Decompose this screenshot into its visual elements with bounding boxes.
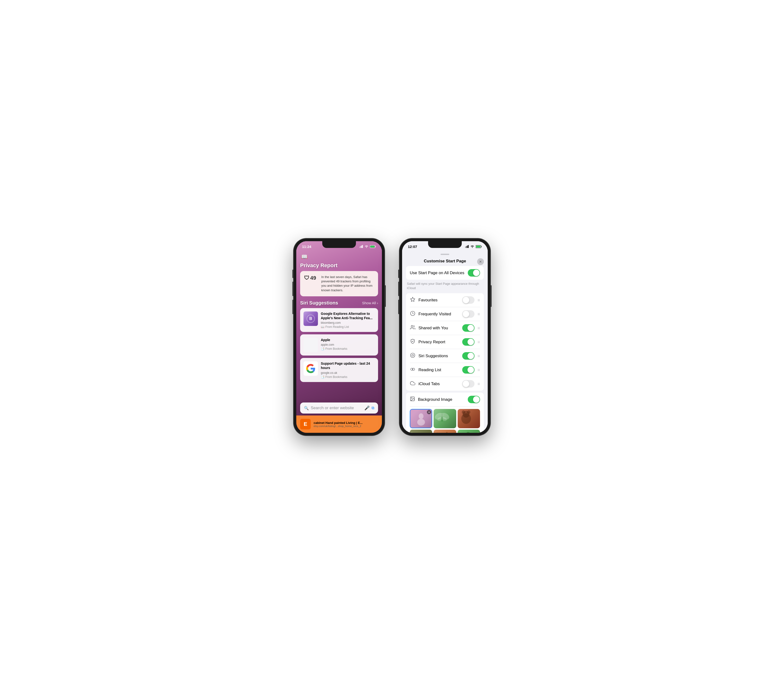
search-input[interactable]: Search or enter website <box>311 406 362 410</box>
svg-rect-5 <box>375 246 376 247</box>
privacy-text: In the last seven days, Safari has preve… <box>321 275 374 292</box>
apple-title: Apple <box>321 338 375 342</box>
svg-rect-12 <box>468 245 469 248</box>
shared-with-you-left: Shared with You <box>410 325 448 331</box>
phone1-screen: 11:24 <box>296 241 382 433</box>
reading-list-left: Reading List <box>410 367 441 373</box>
favourites-icon <box>410 297 415 303</box>
reading-list-icon[interactable]: 📖 <box>301 254 308 260</box>
frequently-visited-toggle[interactable] <box>462 310 474 318</box>
shared-with-you-right: ≡ <box>462 324 480 332</box>
suggestion-bloomberg[interactable]: B Google Explores Alternative to Apple's… <box>300 308 378 332</box>
reading-list-toggle[interactable] <box>462 366 474 374</box>
svg-point-18 <box>411 325 413 327</box>
reading-list-icon <box>410 367 415 373</box>
icloud-toggle-label: Use Start Page on All Devices <box>410 271 464 275</box>
tabs-icon[interactable]: ⧉ <box>372 406 374 410</box>
siri-section-title: Siri Suggestions <box>300 300 338 306</box>
svg-point-45 <box>466 432 470 433</box>
remove-image-button[interactable]: ✕ <box>427 410 431 414</box>
battery-icon-1 <box>370 245 376 248</box>
icloud-note: Safari will sync your Start Page appeara… <box>407 282 483 290</box>
tracker-count: 🛡 49 <box>304 275 319 281</box>
bottom-suggestion-card[interactable]: E cabinet Hand painted Living | E... ets… <box>296 415 382 433</box>
reading-list-drag[interactable]: ≡ <box>478 368 480 372</box>
sheet-header: Customise Start Page ✕ <box>402 255 488 266</box>
favourites-label: Favourites <box>418 298 437 303</box>
bloomberg-thumb-bg: B <box>303 312 318 326</box>
apple-source: 📑 From Bookmarks <box>321 347 375 351</box>
svg-point-38 <box>446 432 448 433</box>
frequently-visited-drag[interactable]: ≡ <box>478 312 480 316</box>
bottom-suggestion-info: cabinet Hand painted Living | E... etsy.… <box>314 421 378 427</box>
volume-up-button-2[interactable] <box>398 282 399 296</box>
customise-start-page-screen: 12:07 <box>402 241 488 433</box>
privacy-report-left: Privacy Report <box>410 339 445 345</box>
siri-suggestions-toggle[interactable] <box>462 352 474 360</box>
svg-point-34 <box>462 410 465 414</box>
mute-button[interactable] <box>292 270 293 278</box>
power-button[interactable] <box>385 285 386 307</box>
favourites-toggle[interactable] <box>462 296 474 304</box>
status-bar-1: 11:24 <box>296 241 382 252</box>
favourites-right: ≡ <box>462 296 480 304</box>
bottom-suggestion-url: etsy.com/uk/listing/...shop_home_recs_2 <box>314 424 378 427</box>
suggestion-google[interactable]: Support Page updates - last 24 hours goo… <box>300 358 378 382</box>
butterfly-bg-thumbnail <box>434 409 456 428</box>
bear-bg-thumbnail <box>458 409 480 428</box>
siri-suggestions-left: Siri Suggestions <box>410 353 448 359</box>
volume-down-button[interactable] <box>292 300 293 314</box>
olive-bg-thumbnail <box>410 430 432 433</box>
power-button-2[interactable] <box>491 285 492 307</box>
google-info: Support Page updates - last 24 hours goo… <box>321 361 375 378</box>
child-figure <box>414 411 428 426</box>
siri-suggestions-icon <box>410 353 415 359</box>
volume-down-button-2[interactable] <box>398 300 399 314</box>
frequently-visited-icon <box>410 311 415 317</box>
svg-rect-9 <box>465 247 466 248</box>
icloud-toggle-switch[interactable] <box>468 269 480 276</box>
svg-point-36 <box>437 432 438 433</box>
mute-button-2[interactable] <box>398 270 399 278</box>
privacy-report-card[interactable]: 🛡 49 In the last seven days, Safari has … <box>300 271 378 296</box>
green-leaves-thumbnail <box>458 430 480 433</box>
reading-list-row: Reading List ≡ <box>410 363 480 377</box>
background-image-toggle[interactable] <box>468 396 480 403</box>
siri-suggestions-list-label: Siri Suggestions <box>418 354 448 359</box>
google-thumb-bg <box>303 361 318 376</box>
bg-image-orange[interactable] <box>434 430 456 433</box>
icloud-tabs-label: iCloud Tabs <box>418 382 440 386</box>
icloud-tabs-drag[interactable]: ≡ <box>478 382 480 386</box>
siri-section-header: Siri Suggestions Show All › <box>300 300 378 306</box>
shared-with-you-drag[interactable]: ≡ <box>478 326 480 330</box>
background-images-grid: ✕ <box>410 407 480 433</box>
bg-image-green-leaves[interactable] <box>458 430 480 433</box>
etsy-icon: E <box>300 419 311 429</box>
siri-suggestions-drag[interactable]: ≡ <box>478 354 480 358</box>
close-button[interactable]: ✕ <box>477 258 484 265</box>
search-bar[interactable]: 🔍 Search or enter website 🎤 ⧉ <box>300 403 378 413</box>
bg-image-bear[interactable] <box>458 409 480 428</box>
bg-image-child[interactable]: ✕ <box>410 409 432 428</box>
show-all-button[interactable]: Show All › <box>362 301 378 305</box>
microphone-icon[interactable]: 🎤 <box>364 406 370 411</box>
privacy-report-drag[interactable]: ≡ <box>478 340 480 344</box>
frequently-visited-left: Frequently Visited <box>410 311 451 317</box>
volume-up-button[interactable] <box>292 282 293 296</box>
favourites-left: Favourites <box>410 297 437 303</box>
frequently-visited-right: ≡ <box>462 310 480 318</box>
svg-point-24 <box>411 398 412 399</box>
bg-image-butterfly[interactable] <box>434 409 456 428</box>
privacy-report-toggle[interactable] <box>462 338 474 346</box>
svg-point-26 <box>417 419 425 426</box>
wifi-icon-2 <box>470 245 474 248</box>
favourites-drag[interactable]: ≡ <box>478 298 480 302</box>
bg-image-olive[interactable] <box>410 430 432 433</box>
svg-point-19 <box>411 353 415 357</box>
status-time-2: 12:07 <box>408 245 417 249</box>
signal-icon-2 <box>465 245 469 248</box>
google-thumbnail <box>303 361 318 376</box>
icloud-tabs-toggle[interactable] <box>462 380 474 387</box>
suggestion-apple[interactable]: Apple apple.com 📑 From Bookmarks <box>300 334 378 356</box>
shared-with-you-toggle[interactable] <box>462 324 474 332</box>
